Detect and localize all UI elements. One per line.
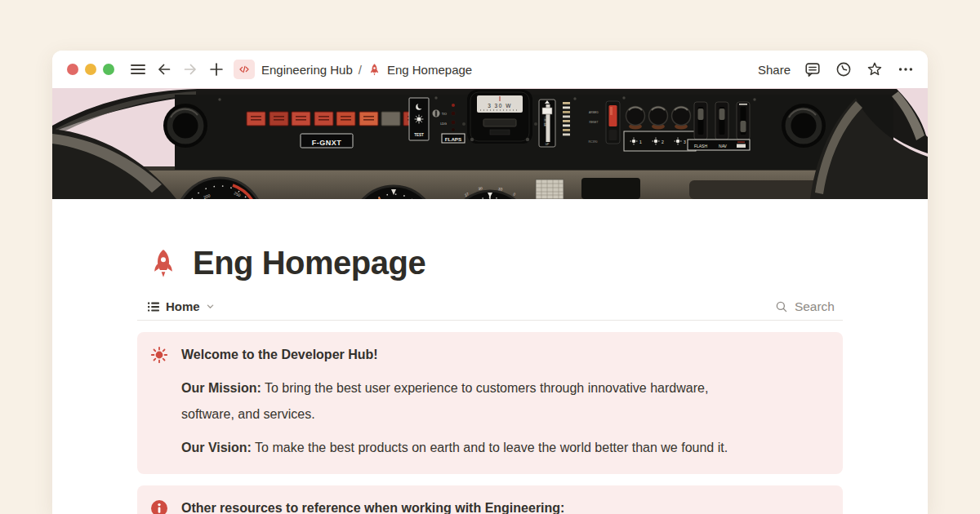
zoom-window-button[interactable] bbox=[103, 64, 114, 75]
clock-icon bbox=[835, 60, 853, 78]
view-tabs-row: Home Search bbox=[137, 293, 843, 321]
star-icon bbox=[866, 60, 884, 78]
forward-button[interactable] bbox=[180, 59, 201, 80]
titlebar: Engineering Hub / Eng Homepage Share bbox=[52, 51, 928, 88]
svg-text:UP: UP bbox=[546, 143, 550, 146]
sun-icon bbox=[150, 345, 168, 461]
flash-nav-placard: FLASH NAV bbox=[688, 140, 750, 150]
favorite-button[interactable] bbox=[864, 59, 885, 80]
minimize-window-button[interactable] bbox=[85, 64, 96, 75]
svg-text:LDG: LDG bbox=[440, 122, 447, 126]
resources-callout-body: Other resources to reference when workin… bbox=[181, 498, 564, 514]
air-vent-right bbox=[782, 104, 826, 148]
search-icon bbox=[774, 299, 789, 314]
comment-icon bbox=[804, 60, 822, 78]
list-view-icon bbox=[147, 300, 160, 313]
svg-text:1: 1 bbox=[639, 140, 642, 144]
mission-text-line1: To bring the best user experience to cus… bbox=[265, 381, 708, 395]
rocket-icon bbox=[147, 247, 180, 280]
vision-lead: Our Vision: bbox=[181, 441, 252, 454]
page-title: Eng Homepage bbox=[193, 245, 425, 281]
svg-text:RESET: RESET bbox=[590, 121, 599, 124]
comments-button[interactable] bbox=[802, 59, 823, 80]
welcome-callout: Welcome to the Developer Hub! Our Missio… bbox=[137, 332, 843, 474]
registration-placard: F-GNXT bbox=[301, 134, 353, 148]
page-rocket-icon bbox=[368, 63, 381, 77]
parent-page-icon-chip[interactable] bbox=[234, 60, 255, 79]
svg-text:TRIM: TRIM bbox=[543, 116, 547, 127]
info-icon bbox=[150, 498, 168, 514]
svg-text:NAV: NAV bbox=[719, 144, 728, 148]
mission-text-line2: software, and services. bbox=[181, 407, 315, 421]
svg-text:2: 2 bbox=[662, 140, 664, 144]
close-window-button[interactable] bbox=[67, 64, 78, 75]
air-vent-left bbox=[163, 104, 207, 148]
tab-home[interactable]: Home bbox=[147, 299, 215, 313]
resources-callout: Other resources to reference when workin… bbox=[137, 485, 843, 514]
mission-paragraph: Our Mission: To bring the best user expe… bbox=[181, 375, 728, 428]
new-page-button[interactable] bbox=[206, 59, 227, 80]
test-placard: TEST bbox=[409, 98, 429, 140]
breadcrumb-parent-link[interactable]: Engineering Hub bbox=[261, 63, 353, 77]
svg-text:FLAPS: FLAPS bbox=[445, 136, 461, 142]
cockpit-illustration: 200 250 27 30 33 0 bbox=[52, 88, 928, 199]
search-button[interactable]: Search bbox=[769, 296, 840, 317]
svg-text:FLASH: FLASH bbox=[694, 144, 708, 148]
vision-text: To make the best products on earth and t… bbox=[255, 441, 728, 454]
cover-image: 200 250 27 30 33 0 bbox=[52, 88, 928, 199]
svg-text:F-GNXT: F-GNXT bbox=[312, 139, 342, 147]
updates-button[interactable] bbox=[833, 59, 854, 80]
code-icon bbox=[237, 63, 252, 76]
page-title-row: Eng Homepage bbox=[137, 245, 843, 281]
back-arrow-icon bbox=[155, 60, 173, 78]
svg-text:3: 3 bbox=[684, 140, 686, 144]
mission-lead: Our Mission: bbox=[181, 381, 261, 395]
trim-indicator: TRIM UP bbox=[539, 100, 555, 147]
search-label: Search bbox=[795, 299, 835, 314]
chevron-down-icon bbox=[206, 302, 215, 311]
breadcrumb-current-page[interactable]: Eng Homepage bbox=[387, 63, 472, 77]
share-button[interactable]: Share bbox=[751, 60, 797, 80]
vision-paragraph: Our Vision: To make the best products on… bbox=[181, 435, 728, 461]
light-knobs: 1 2 3 bbox=[624, 107, 696, 152]
compass: 3 30 W bbox=[462, 90, 537, 144]
page-icon-rocket[interactable] bbox=[147, 247, 180, 280]
titlebar-actions: Share bbox=[751, 59, 916, 80]
plus-icon bbox=[207, 60, 225, 78]
svg-text:T/O: T/O bbox=[442, 113, 447, 116]
rocker-switches bbox=[694, 102, 750, 140]
breadcrumb: Engineering Hub / Eng Homepage bbox=[234, 60, 472, 79]
resources-heading: Other resources to reference when workin… bbox=[181, 498, 564, 514]
svg-text:RC390: RC390 bbox=[589, 140, 598, 144]
tab-home-label: Home bbox=[166, 299, 200, 313]
forward-arrow-icon bbox=[181, 60, 199, 78]
svg-text:3 30 W: 3 30 W bbox=[488, 103, 512, 109]
ellipsis-icon bbox=[897, 60, 915, 78]
page-content: Eng Homepage Home Search bbox=[137, 199, 843, 514]
more-options-button[interactable] bbox=[895, 59, 916, 80]
back-button[interactable] bbox=[154, 59, 175, 80]
app-window: Engineering Hub / Eng Homepage Share bbox=[52, 51, 928, 514]
svg-text:TEST: TEST bbox=[414, 133, 424, 137]
hamburger-icon bbox=[130, 61, 146, 78]
window-controls bbox=[67, 64, 114, 75]
sidebar-toggle-button[interactable] bbox=[127, 59, 149, 80]
welcome-heading: Welcome to the Developer Hub! bbox=[181, 345, 728, 365]
breadcrumb-separator: / bbox=[359, 63, 362, 77]
placard-table bbox=[536, 179, 564, 199]
svg-text:ARMED: ARMED bbox=[589, 111, 599, 114]
welcome-callout-body: Welcome to the Developer Hub! Our Missio… bbox=[181, 345, 728, 461]
